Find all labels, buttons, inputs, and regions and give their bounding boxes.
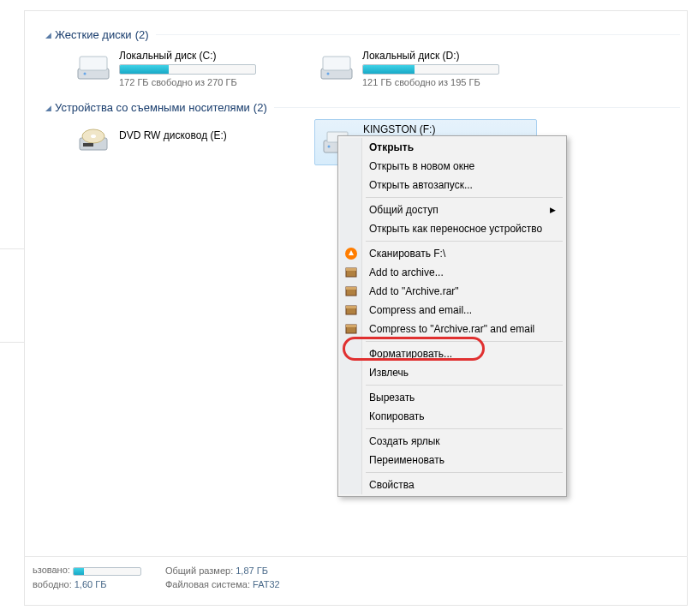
- svg-point-8: [91, 135, 96, 138]
- status-fs-label: Файловая система:: [165, 579, 250, 589]
- status-fs-value: FAT32: [253, 579, 280, 589]
- ctx-open-new-window[interactable]: Открыть в новом окне: [340, 157, 564, 176]
- ctx-separator: [366, 385, 563, 386]
- avast-icon: [344, 247, 358, 260]
- status-bar: ьзовано: вободно: 1,60 ГБ Общий размер: …: [24, 556, 688, 597]
- winrar-icon: [344, 284, 358, 298]
- svg-rect-4: [323, 57, 350, 70]
- drive-subtext: 121 ГБ свободно из 195 ГБ: [362, 77, 534, 87]
- ctx-compress-rar-email[interactable]: Compress to "Archive.rar" and email: [340, 320, 564, 338]
- group-header-removable[interactable]: ◢ Устройства со съемными носителями (2): [45, 101, 680, 114]
- svg-rect-21: [346, 325, 356, 327]
- status-total-label: Общий размер:: [165, 565, 233, 576]
- group-divider: [274, 107, 680, 108]
- capacity-bar: [362, 64, 499, 75]
- winrar-icon: [344, 266, 358, 279]
- svg-point-5: [327, 73, 330, 75]
- dvd-icon: [75, 123, 112, 157]
- ctx-scan[interactable]: Сканировать F:\: [340, 244, 564, 263]
- drive-label: Локальный диск (D:): [362, 50, 534, 62]
- svg-point-12: [328, 146, 331, 148]
- collapse-icon: ◢: [45, 31, 51, 39]
- svg-rect-1: [80, 57, 107, 70]
- status-used-bar: [73, 567, 141, 576]
- ctx-rename[interactable]: Переименовать: [340, 451, 564, 469]
- ctx-format[interactable]: Форматировать...: [340, 344, 564, 363]
- svg-point-2: [84, 73, 87, 75]
- ctx-create-shortcut[interactable]: Создать ярлык: [340, 432, 564, 451]
- ctx-cut[interactable]: Вырезать: [340, 388, 564, 407]
- hdd-icon: [75, 50, 112, 84]
- ctx-add-archive[interactable]: Add to archive...: [340, 263, 564, 282]
- ctx-separator: [366, 241, 563, 242]
- group-header-hdd[interactable]: ◢ Жесткие диски (2): [45, 28, 680, 41]
- drive-label: DVD RW дисковод (E:): [119, 129, 290, 141]
- svg-rect-9: [83, 143, 93, 147]
- ctx-share[interactable]: Общий доступ▶: [340, 200, 564, 219]
- capacity-bar: [119, 64, 256, 75]
- ctx-portable-device[interactable]: Открыть как переносное устройство: [340, 219, 564, 238]
- status-total-value: 1,87 ГБ: [236, 565, 268, 576]
- winrar-icon: [344, 322, 358, 336]
- ctx-separator: [366, 472, 563, 473]
- ctx-eject[interactable]: Извлечь: [340, 363, 564, 382]
- group-count: (2): [254, 101, 267, 114]
- drive-subtext: 172 ГБ свободно из 270 ГБ: [119, 77, 290, 87]
- ctx-separator: [366, 341, 563, 342]
- collapse-icon: ◢: [45, 104, 51, 112]
- ctx-properties[interactable]: Свойства: [340, 475, 564, 494]
- ctx-separator: [366, 428, 563, 429]
- ctx-copy[interactable]: Копировать: [340, 407, 564, 426]
- ctx-add-rar[interactable]: Add to "Archive.rar": [340, 282, 564, 301]
- group-divider: [156, 34, 680, 35]
- svg-rect-19: [346, 306, 356, 308]
- ctx-autoplay[interactable]: Открыть автозапуск...: [340, 176, 564, 194]
- hdd-icon: [318, 50, 355, 84]
- svg-rect-15: [346, 268, 356, 271]
- drive-label: KINGSTON (F:): [363, 123, 533, 135]
- status-free-label: вободно:: [33, 579, 72, 589]
- ctx-compress-email[interactable]: Compress and email...: [340, 301, 564, 320]
- status-free-value: 1,60 ГБ: [75, 579, 107, 589]
- drive-e-dvd[interactable]: DVD RW дисковод (E:): [71, 119, 294, 165]
- svg-rect-17: [346, 287, 356, 290]
- group-label: Устройства со съемными носителями: [55, 101, 250, 114]
- ctx-open[interactable]: Открыть: [340, 138, 564, 157]
- drive-d[interactable]: Локальный диск (D:) 121 ГБ свободно из 1…: [314, 46, 537, 91]
- nav-pane-edge: [0, 248, 24, 343]
- drive-c[interactable]: Локальный диск (C:) 172 ГБ свободно из 2…: [71, 46, 294, 91]
- drive-label: Локальный диск (C:): [119, 50, 290, 62]
- group-label: Жесткие диски: [55, 28, 132, 41]
- status-used-label: ьзовано:: [33, 565, 70, 575]
- winrar-icon: [344, 303, 358, 317]
- ctx-separator: [366, 197, 563, 198]
- group-count: (2): [135, 28, 149, 41]
- submenu-arrow-icon: ▶: [550, 200, 556, 219]
- context-menu: Открыть Открыть в новом окне Открыть авт…: [337, 135, 567, 497]
